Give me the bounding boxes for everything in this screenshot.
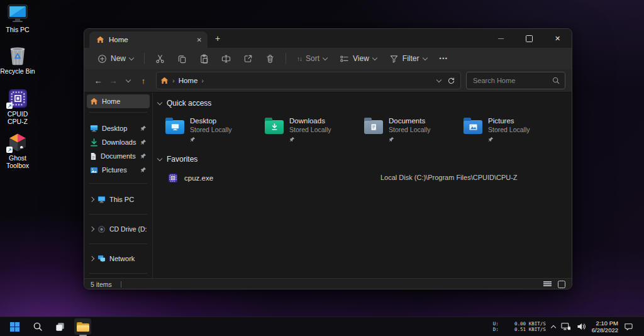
collapse-chevron-icon[interactable] xyxy=(157,99,162,104)
titlebar[interactable]: Home ✕ + — ✕ xyxy=(84,29,572,48)
new-button-label: New xyxy=(111,54,126,63)
sidebar-item-documents[interactable]: Documents xyxy=(87,149,150,163)
new-button[interactable]: New xyxy=(92,50,139,67)
pin-icon xyxy=(140,167,147,173)
filter-button[interactable]: Filter xyxy=(384,50,433,67)
sidebar-item-label: Desktop xyxy=(102,125,136,132)
download-arrow-glyph xyxy=(270,123,279,132)
item-path: Local Disk (C:)\Program Files\CPUID\CPU-… xyxy=(380,174,518,181)
recent-locations-button[interactable] xyxy=(121,72,136,89)
desktop-icon-cpuz[interactable]: CPUID CPU-Z xyxy=(0,88,35,125)
breadcrumb-segment-home[interactable]: Home xyxy=(179,77,198,84)
desktop-icon-label: Ghost Toolbox xyxy=(0,154,35,169)
tab-title: Home xyxy=(109,36,192,43)
rename-button[interactable] xyxy=(216,50,236,67)
sidebar-item-network[interactable]: Network xyxy=(87,252,150,266)
breadcrumb-separator: › xyxy=(172,77,175,84)
sidebar-item-label: Network xyxy=(109,255,147,262)
view-button[interactable]: View xyxy=(334,50,382,67)
more-icon: ••• xyxy=(440,55,448,62)
expand-chevron-icon[interactable] xyxy=(89,256,94,261)
refresh-icon[interactable] xyxy=(447,77,455,85)
desktop-icon-this-pc[interactable]: This PC xyxy=(0,4,35,33)
expand-chevron-icon[interactable] xyxy=(89,197,94,202)
collapse-chevron-icon[interactable] xyxy=(157,155,162,160)
sidebar-item-downloads[interactable]: Downloads xyxy=(87,135,150,149)
cut-button[interactable] xyxy=(150,50,170,67)
address-dropdown-icon[interactable] xyxy=(436,77,441,82)
task-view-icon xyxy=(55,322,65,332)
pictures-folder-icon xyxy=(464,120,482,134)
quick-access-item-documents[interactable]: Documents Stored Locally xyxy=(364,117,464,142)
task-view-button[interactable] xyxy=(52,318,69,335)
search-box[interactable] xyxy=(466,72,565,89)
minimize-button[interactable]: — xyxy=(487,29,515,48)
back-button[interactable]: ← xyxy=(91,72,106,89)
share-button[interactable] xyxy=(238,50,258,67)
quick-access-item-downloads[interactable]: Downloads Stored Locally xyxy=(265,117,364,142)
pin-icon xyxy=(488,137,494,142)
see-more-button[interactable]: ••• xyxy=(434,50,454,67)
pin-icon xyxy=(389,137,394,142)
start-button[interactable] xyxy=(6,318,23,335)
delete-button[interactable] xyxy=(260,50,280,67)
tab-home[interactable]: Home ✕ xyxy=(89,31,208,48)
network-icon xyxy=(97,255,106,262)
sort-button[interactable]: ↑↓ Sort xyxy=(291,50,333,67)
sidebar-item-this-pc[interactable]: This PC xyxy=(87,193,150,206)
expand-chevron-icon[interactable] xyxy=(89,227,94,232)
sidebar-item-home[interactable]: Home xyxy=(87,94,150,108)
maximize-button[interactable] xyxy=(515,29,543,48)
quick-access-item-desktop[interactable]: Desktop Stored Locally xyxy=(165,117,265,142)
desktop-icon-label: CPUID CPU-Z xyxy=(0,110,35,125)
sidebar-item-label: Pictures xyxy=(102,166,136,174)
up-button[interactable]: ↑ xyxy=(136,72,151,89)
minimize-icon: — xyxy=(498,35,504,42)
pictures-icon xyxy=(90,167,98,174)
items-count: 5 items xyxy=(91,281,112,288)
share-icon xyxy=(243,54,253,64)
search-input[interactable] xyxy=(472,76,548,85)
hidden-icons-button[interactable] xyxy=(552,324,555,330)
details-view-toggle-icon[interactable] xyxy=(543,281,552,288)
network-traffic-widget[interactable]: U: 0.00 KBIT/S D: 0.51 KBIT/S xyxy=(493,321,546,332)
file-explorer-taskbar-button[interactable] xyxy=(74,318,91,335)
quick-access-header[interactable]: Quick access xyxy=(158,99,572,108)
sidebar-item-cd-drive[interactable]: CD Drive (D:) WIN1 xyxy=(87,222,150,236)
close-button[interactable]: ✕ xyxy=(543,29,572,48)
quick-access-item-pictures[interactable]: Pictures Stored Locally xyxy=(464,117,563,142)
sidebar-separator xyxy=(89,244,147,244)
home-icon xyxy=(96,36,104,43)
sidebar-item-desktop[interactable]: Desktop xyxy=(87,121,150,135)
chevron-down-icon xyxy=(422,55,427,60)
desktop-icon-recycle-bin[interactable]: Recycle Bin xyxy=(0,45,35,75)
new-tab-button[interactable]: + xyxy=(215,33,220,43)
maximize-icon xyxy=(526,35,533,42)
volume-icon[interactable] xyxy=(577,322,586,331)
pin-icon xyxy=(289,137,295,142)
copy-button[interactable] xyxy=(172,50,192,67)
documents-folder-icon xyxy=(364,120,383,134)
clock[interactable]: 2:10 PM 6/28/2022 xyxy=(592,320,618,333)
desktop-icon-ghost-toolbox[interactable]: Ghost Toolbox xyxy=(0,132,35,169)
home-icon xyxy=(160,77,169,84)
copy-icon xyxy=(177,54,187,64)
sidebar-item-pictures[interactable]: Pictures xyxy=(87,163,150,177)
tab-close-icon[interactable]: ✕ xyxy=(197,36,202,43)
forward-button[interactable]: → xyxy=(106,72,121,89)
shortcut-arrow-badge xyxy=(6,103,13,109)
search-button[interactable] xyxy=(29,318,46,335)
large-icons-view-toggle-icon[interactable] xyxy=(558,281,565,288)
date-label: 6/28/2022 xyxy=(592,327,618,333)
breadcrumb[interactable]: › Home › xyxy=(156,72,461,89)
up-icon: ↑ xyxy=(142,76,146,86)
status-bar: 5 items xyxy=(84,278,572,289)
toolbar-separator xyxy=(144,53,145,64)
status-divider xyxy=(121,281,121,288)
favorites-header[interactable]: Favorites xyxy=(158,155,572,164)
network-status-icon[interactable] xyxy=(561,322,571,331)
notification-center-icon[interactable] xyxy=(624,322,633,331)
favorites-item-cpuz[interactable]: cpuz.exe Local Disk (C:)\Program Files\C… xyxy=(168,172,572,184)
back-icon: ← xyxy=(94,76,103,86)
paste-button[interactable] xyxy=(194,50,214,67)
